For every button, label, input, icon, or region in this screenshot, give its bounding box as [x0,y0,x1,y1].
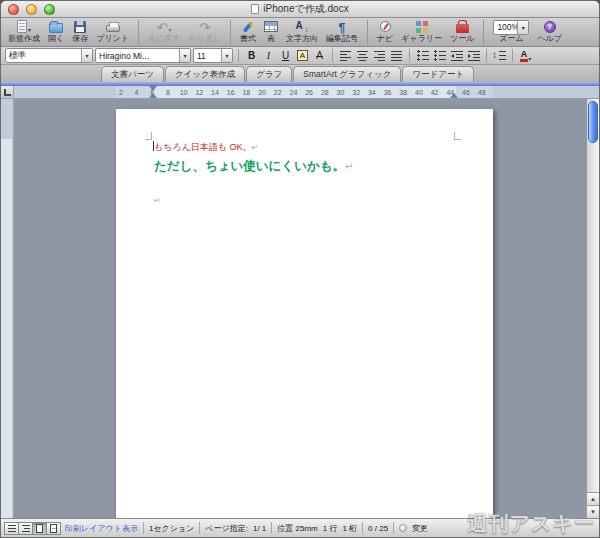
status-separator [393,522,394,534]
standard-toolbar: 新規作成 開く 保存 プリント 元に戻す やり直し 書式 [1,18,599,47]
gallery-tab[interactable]: 文書パーツ [101,66,164,82]
text-direction-button[interactable]: 文字方向 [283,19,321,44]
italic-button[interactable]: I [261,48,276,63]
margin-crop-mark-top-left [145,132,152,140]
format-separator [512,49,513,62]
numbered-list-icon [417,50,429,61]
zoom-value: 100% [494,22,517,32]
redo-button[interactable]: やり直し [185,19,224,44]
vertical-ruler [1,99,14,518]
numbered-list-button[interactable] [415,48,430,63]
chevron-down-icon [528,47,531,65]
new-document-button[interactable]: 新規作成 [5,19,43,44]
underline-icon: U [282,50,289,61]
line-spacing-button[interactable] [492,48,507,63]
line-spacing-icon [493,51,506,61]
tools-label: ツール [450,34,474,44]
draft-view-button[interactable] [4,522,19,535]
position-indicator: 位置 25mm [277,523,317,534]
notebook-view-button[interactable] [46,522,61,535]
formatting-toolbar: 標準 Hiragino Mi... 11 B I U A A A [1,47,599,65]
zoom-control[interactable]: 100% ズーム [490,19,532,44]
align-right-icon [374,51,385,61]
ruler-numbers: 2468101214161820222426283032343638404244… [113,86,490,98]
chevron-down-icon[interactable] [517,21,528,34]
outdent-button[interactable] [449,48,464,63]
tab-stop-selector[interactable] [1,86,14,98]
minimize-button[interactable] [26,4,37,15]
font-size-value: 11 [194,51,221,61]
font-size-select[interactable]: 11 [193,48,233,63]
vertical-scrollbar[interactable] [586,99,599,518]
scrollbar-thumb[interactable] [588,101,598,143]
right-indent-marker[interactable] [450,93,458,98]
vertical-ruler-text-region [1,139,12,518]
ruler-number: 12 [191,86,207,98]
table-label: 表 [267,34,275,44]
ruler-number: 26 [301,86,317,98]
track-changes-label: 変更 [412,523,428,534]
scroll-up-button[interactable] [587,492,599,505]
save-button[interactable]: 保存 [69,19,91,44]
track-changes-indicator-icon[interactable] [399,524,407,532]
style-select[interactable]: 標準 [5,48,93,63]
paragraph-line-2[interactable]: ただし、ちょい使いにくいかも。↵ [154,158,353,175]
undo-button[interactable]: 元に戻す [145,19,183,44]
gallery-tab[interactable]: クイック表作成 [165,66,245,82]
strikethrough-button[interactable]: A [312,48,327,63]
align-center-icon [357,51,368,61]
font-color-button[interactable]: A [518,48,533,63]
align-right-button[interactable] [372,48,387,63]
help-button[interactable]: ヘルプ [534,19,565,44]
redo-icon [199,18,210,36]
align-left-button[interactable] [338,48,353,63]
chevron-down-icon[interactable] [221,49,232,62]
ruler-number: 20 [254,86,270,98]
traffic-lights [8,4,55,15]
font-value: Hiragino Mi... [96,51,179,61]
font-select[interactable]: Hiragino Mi... [95,48,191,63]
new-document-icon [17,20,27,33]
outdent-icon [451,51,463,61]
highlight-button[interactable]: A [295,48,310,63]
formatting-marks-button[interactable]: 編集記号 [323,19,361,44]
align-center-button[interactable] [355,48,370,63]
ruler-number: 14 [207,86,223,98]
line-indicator: 1 行 [323,523,338,534]
chevron-down-icon [169,18,172,36]
toolbar-separator [230,20,231,44]
indent-button[interactable] [466,48,481,63]
open-button[interactable]: 開く [45,19,67,44]
style-value: 標準 [6,50,81,62]
first-line-indent-marker[interactable] [149,86,157,91]
print-layout-view-button[interactable] [32,522,47,535]
new-document-label: 新規作成 [8,34,40,44]
ruler-number: 8 [160,86,176,98]
navigation-button[interactable]: ナビ [374,19,396,44]
justify-button[interactable] [389,48,404,63]
gallery-tab[interactable]: グラフ [246,66,292,82]
format-button[interactable]: 書式 [237,19,259,44]
close-button[interactable] [8,4,19,15]
zoom-select[interactable]: 100% [493,20,529,35]
underline-button[interactable]: U [278,48,293,63]
hanging-indent-marker[interactable] [149,93,157,98]
bullet-list-button[interactable] [432,48,447,63]
notebook-layout-icon [50,524,57,533]
gallery-tab[interactable]: ワードアート [402,66,474,82]
chevron-down-icon[interactable] [179,49,190,62]
print-button[interactable]: プリント [93,19,132,44]
document-page[interactable]: もちろん日本語も OK。↵ ただし、ちょい使いにくいかも。↵ ↵ [116,109,493,518]
paragraph-line-3[interactable]: ↵ [154,189,161,207]
zoom-window-button[interactable] [44,4,55,15]
outline-view-button[interactable] [18,522,33,535]
gallery-tab[interactable]: SmartArt グラフィック [293,66,401,82]
tools-button[interactable]: ツール [447,19,477,44]
chevron-down-icon[interactable] [81,49,92,62]
gallery-button[interactable]: ギャラリー [398,19,445,44]
document-canvas[interactable]: もちろん日本語も OK。↵ ただし、ちょい使いにくいかも。↵ ↵ [14,99,586,518]
ruler-number: 4 [129,86,145,98]
bold-button[interactable]: B [244,48,259,63]
table-button[interactable]: 表 [261,19,281,44]
paragraph-line-1[interactable]: もちろん日本語も OK。↵ [154,141,258,154]
